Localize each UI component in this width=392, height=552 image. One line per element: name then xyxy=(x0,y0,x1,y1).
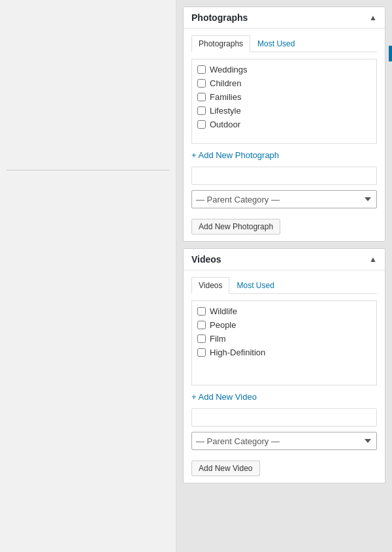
left-panel xyxy=(0,0,176,552)
parent-category-select-videos[interactable]: — Parent Category — xyxy=(191,432,377,450)
category-label-film: Film xyxy=(210,334,226,344)
category-label-weddings: Weddings xyxy=(210,65,248,74)
list-item[interactable]: Film xyxy=(197,334,371,344)
videos-widget-body: Videos Most Used Wildlife People Film xyxy=(184,270,385,483)
video-parent-category-wrapper: — Parent Category — xyxy=(191,432,377,455)
category-checkbox-lifestyle[interactable] xyxy=(197,106,206,115)
parent-category-wrapper: — Parent Category — xyxy=(191,190,377,214)
videos-collapse-icon[interactable]: ▲ xyxy=(369,255,377,264)
category-checkbox-high-definition[interactable] xyxy=(197,348,206,357)
tab-videos[interactable]: Videos xyxy=(191,277,229,294)
videos-widget-title: Videos xyxy=(191,254,221,265)
new-photograph-input[interactable] xyxy=(191,167,377,185)
list-item[interactable]: Families xyxy=(197,92,371,102)
photographs-widget-title: Photographs xyxy=(191,12,248,23)
parent-category-select-photographs[interactable]: — Parent Category — xyxy=(191,190,377,208)
photographs-tabs: Photographs Most Used xyxy=(191,35,377,52)
category-checkbox-families[interactable] xyxy=(197,93,206,101)
tab-photographs-most-used[interactable]: Most Used xyxy=(250,35,302,52)
videos-tabs: Videos Most Used xyxy=(191,277,377,294)
photographs-category-list: Weddings Children Families Lifestyle Out… xyxy=(191,59,377,144)
tab-photographs[interactable]: Photographs xyxy=(191,35,250,52)
photographs-widget: Photographs ▲ Photographs Most Used Wedd… xyxy=(183,7,385,242)
add-new-photograph-link[interactable]: + Add New Photograph xyxy=(191,150,377,160)
category-label-outdoor: Outdoor xyxy=(210,120,240,129)
videos-widget: Videos ▲ Videos Most Used Wildlife Peopl… xyxy=(183,248,385,483)
photographs-widget-header: Photographs ▲ xyxy=(184,7,385,29)
videos-widget-header: Videos ▲ xyxy=(184,249,385,270)
category-checkbox-children[interactable] xyxy=(197,79,206,88)
list-item[interactable]: Lifestyle xyxy=(197,106,371,116)
category-label-lifestyle: Lifestyle xyxy=(210,106,241,116)
category-label-families: Families xyxy=(210,92,241,102)
tab-videos-most-used[interactable]: Most Used xyxy=(229,277,281,294)
category-checkbox-outdoor[interactable] xyxy=(197,120,206,129)
category-label-children: Children xyxy=(210,78,241,88)
photographs-widget-body: Photographs Most Used Weddings Children … xyxy=(184,29,385,241)
category-checkbox-weddings[interactable] xyxy=(197,65,206,74)
category-checkbox-wildlife[interactable] xyxy=(197,307,206,316)
list-item[interactable]: People xyxy=(197,320,371,330)
list-item[interactable]: High-Definition xyxy=(197,348,371,357)
category-label-people: People xyxy=(210,320,236,330)
videos-category-list: Wildlife People Film High-Definition xyxy=(191,300,377,385)
category-checkbox-film[interactable] xyxy=(197,334,206,343)
list-item[interactable]: Children xyxy=(197,78,371,88)
category-checkbox-people[interactable] xyxy=(197,321,206,329)
list-item[interactable]: Weddings xyxy=(197,65,371,74)
add-new-photograph-button[interactable]: Add New Photograph xyxy=(191,219,280,235)
add-new-video-button[interactable]: Add New Video xyxy=(191,461,260,476)
photographs-collapse-icon[interactable]: ▲ xyxy=(369,13,377,22)
list-item[interactable]: Outdoor xyxy=(197,120,371,129)
add-new-video-link[interactable]: + Add New Video xyxy=(191,392,377,402)
category-label-wildlife: Wildlife xyxy=(210,306,237,316)
new-video-input[interactable] xyxy=(191,408,377,427)
right-panel: Photographs ▲ Photographs Most Used Wedd… xyxy=(176,0,392,503)
list-item[interactable]: Wildlife xyxy=(197,306,371,316)
category-label-high-definition: High-Definition xyxy=(210,348,265,357)
